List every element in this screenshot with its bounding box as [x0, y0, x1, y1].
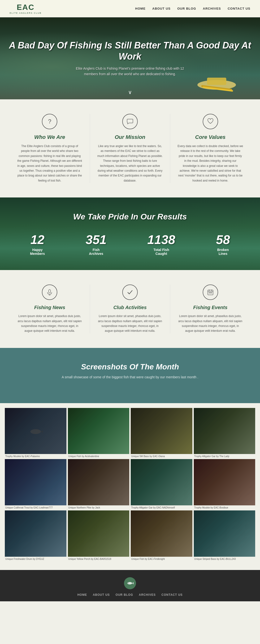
who-we-are-heading: Who We Are: [17, 134, 83, 140]
site-footer: HOME ABOUT US OUR BLOG ARCHIVES CONTACT …: [0, 570, 260, 601]
site-header: EAC ELITE ANGLERS CLUB HOME ABOUT US OUR…: [0, 0, 260, 17]
stat-caught-label: Total FishCaught: [147, 248, 175, 256]
stat-archives-label: FishArchives: [86, 248, 107, 256]
about-col-who: ? Who We Are The Elite Anglers Club cons…: [10, 114, 90, 183]
gallery-item-8[interactable]: Trophy Muskie by EAC-Bosibue: [194, 459, 256, 509]
hero-section: A Bad Day Of Fishing Is Still Better Tha…: [0, 17, 260, 99]
calendar-icon: [207, 289, 214, 295]
nav-home[interactable]: HOME: [135, 7, 146, 10]
values-heading: Core Values: [177, 134, 243, 140]
svg-point-18: [128, 583, 129, 583]
gallery-thumb-2: [68, 408, 130, 454]
mission-text: Like any true angler we like to test the…: [97, 144, 163, 183]
footer-nav: HOME ABOUT US OUR BLOG ARCHIVES CONTACT …: [10, 593, 250, 596]
svg-rect-11: [209, 292, 210, 293]
footer-fish-icon: [127, 580, 133, 587]
gallery-item-7[interactable]: Trophy Alligator Gar by EAC-NADhimself: [131, 459, 192, 509]
nav-blog[interactable]: OUR BLOG: [177, 7, 196, 10]
stat-lines: 58 BrokenLines: [216, 234, 230, 256]
gallery-thumb-9: [5, 510, 66, 557]
gallery-caption-7: Trophy Alligator Gar by EAC-NADhimself: [131, 506, 192, 509]
gallery-caption-11: Unique Fish by EAC-Firstknight: [131, 558, 192, 560]
activities-text: Lorem ipsum dolor sit amet, phasellus du…: [97, 314, 163, 334]
hero-scroll-arrow[interactable]: ∨: [128, 89, 132, 96]
nav-archives[interactable]: ARCHIVES: [203, 7, 221, 10]
gallery-caption-10: Unique Yellow Perch by EAC-BA051518: [68, 558, 130, 560]
gallery-item-5[interactable]: Unique Cutthroat Trout by EAC-Leafman777: [5, 459, 66, 509]
gallery-item-6[interactable]: Unique Northern Pike by Jack: [68, 459, 130, 509]
gallery-caption-5: Unique Cutthroat Trout by EAC-Leafman777: [5, 506, 66, 509]
about-section: ? Who We Are The Elite Anglers Club cons…: [0, 99, 260, 198]
gallery-thumb-4: [194, 408, 256, 454]
gallery-item-4[interactable]: Trophy Alligator Gar by The Lady: [194, 408, 256, 458]
svg-rect-12: [210, 292, 211, 293]
service-col-activities: Club Activities Lorem ipsum dolor sit am…: [90, 284, 170, 334]
nav-contact[interactable]: CONTACT US: [228, 7, 250, 10]
stat-lines-number: 58: [216, 234, 230, 246]
stat-caught-number: 1138: [147, 234, 175, 246]
values-icon: [203, 114, 218, 129]
gallery-item-3[interactable]: Unique 5M Bass by EAC-Diana: [131, 408, 192, 458]
stat-archives-number: 351: [86, 234, 107, 246]
stats-grid: 12 HappyMembers 351 FishArchives 1138 To…: [10, 234, 250, 256]
services-section: Fishing News Lorem ipsum dolor sit amet,…: [0, 270, 260, 348]
footer-nav-archives[interactable]: ARCHIVES: [139, 593, 156, 596]
gallery-item-9[interactable]: Unique Freshwater Drum by DYEUZ: [5, 510, 66, 560]
gallery-thumb-8: [194, 459, 256, 505]
gallery-caption-8: Trophy Muskie by EAC-Bosibue: [194, 506, 256, 509]
activities-icon: [122, 284, 138, 300]
logo: EAC ELITE ANGLERS CLUB: [10, 3, 42, 14]
stat-caught: 1138 Total FishCaught: [147, 234, 175, 256]
news-heading: Fishing News: [17, 305, 83, 310]
speech-bubble-icon: [127, 118, 133, 125]
values-text: Every data we collect is double checked,…: [177, 144, 243, 183]
gallery-caption-1: Trophy Muskie by EAC-Palavino: [5, 455, 66, 458]
microphone-icon: [46, 289, 53, 295]
nav-about[interactable]: ABOUT US: [152, 7, 171, 10]
service-col-news: Fishing News Lorem ipsum dolor sit amet,…: [10, 284, 90, 334]
gallery-item-11[interactable]: Unique Fish by EAC-Firstknight: [131, 510, 192, 560]
logo-text: EAC: [17, 3, 34, 12]
gallery-thumb-6: [68, 459, 130, 505]
mission-heading: Our Mission: [97, 134, 163, 140]
footer-nav-blog[interactable]: OUR BLOG: [116, 593, 133, 596]
footer-nav-contact[interactable]: CONTACT US: [161, 593, 183, 596]
news-icon: [42, 284, 57, 300]
gallery-grid: Trophy Muskie by EAC-Palavino Unique Fis…: [5, 408, 255, 560]
svg-rect-4: [49, 290, 51, 293]
stat-members-label: HappyMembers: [30, 248, 45, 256]
footer-nav-home[interactable]: HOME: [77, 593, 87, 596]
gallery-section: Trophy Muskie by EAC-Palavino Unique Fis…: [0, 403, 260, 570]
stat-members-number: 12: [30, 234, 45, 246]
events-heading: Fishing Events: [177, 305, 243, 310]
about-col-values: Core Values Every data we collect is dou…: [170, 114, 250, 183]
gallery-thumb-5: [5, 459, 66, 505]
gallery-item-12[interactable]: Unique Striped Bass by EAC-BULL243: [194, 510, 256, 560]
about-col-mission: Our Mission Like any true angler we like…: [90, 114, 170, 183]
who-we-are-icon: ?: [42, 114, 57, 129]
screenshots-subtitle: A small showcase of some of the biggest …: [10, 375, 250, 379]
stats-section: We Take Pride In Our Results 12 HappyMem…: [0, 198, 260, 270]
svg-marker-17: [132, 582, 133, 584]
gallery-item-1[interactable]: Trophy Muskie by EAC-Palavino: [5, 408, 66, 458]
mission-icon: [122, 114, 138, 129]
main-nav: HOME ABOUT US OUR BLOG ARCHIVES CONTACT …: [135, 7, 250, 10]
hero-title: A Bad Day Of Fishing Is Still Better Tha…: [5, 40, 255, 62]
events-text: Lorem ipsum dolor sit amet, phasellus du…: [177, 314, 243, 334]
stats-title: We Take Pride In Our Results: [10, 212, 250, 221]
gallery-caption-3: Unique 5M Bass by EAC-Diana: [131, 455, 192, 458]
gallery-item-2[interactable]: Unique Fish by Acidvalentine: [68, 408, 130, 458]
svg-point-16: [127, 582, 132, 584]
footer-nav-about[interactable]: ABOUT US: [93, 593, 110, 596]
stat-archives: 351 FishArchives: [86, 234, 107, 256]
activities-heading: Club Activities: [97, 305, 163, 310]
gallery-caption-12: Unique Striped Bass by EAC-BULL243: [194, 558, 256, 560]
checkmark-icon: [127, 289, 133, 295]
hero-subtitle: Elite Anglers Club is Fishing Planet's p…: [72, 66, 188, 77]
gallery-item-10[interactable]: Unique Yellow Perch by EAC-BA051518: [68, 510, 130, 560]
hero-content: A Bad Day Of Fishing Is Still Better Tha…: [0, 35, 260, 82]
who-we-are-text: The Elite Anglers Club consists of a gro…: [17, 144, 83, 183]
footer-logo-icon: [124, 577, 136, 589]
service-col-events: Fishing Events Lorem ipsum dolor sit ame…: [170, 284, 250, 334]
svg-rect-13: [211, 292, 212, 293]
